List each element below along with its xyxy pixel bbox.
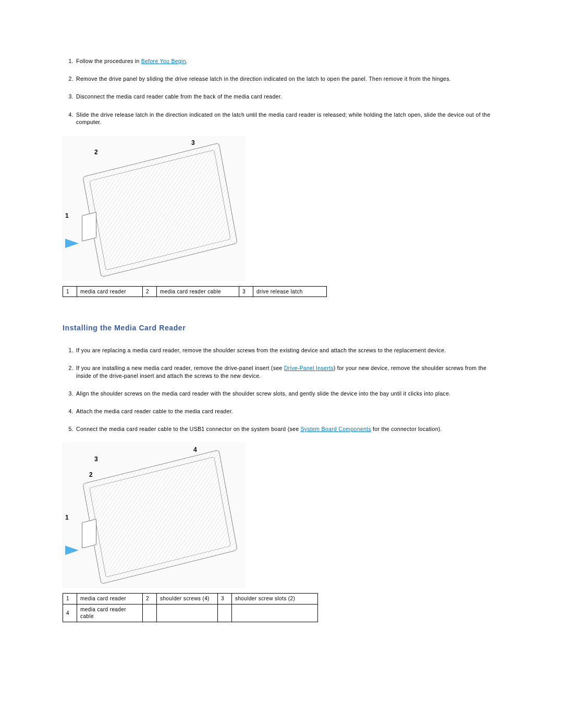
install-step-1: If you are replacing a media card reader… xyxy=(75,347,500,354)
install-steps-list: If you are replacing a media card reader… xyxy=(63,347,500,433)
removal-figure: 1 2 3 xyxy=(63,136,245,281)
slide-direction-arrow-icon xyxy=(65,546,79,555)
step-text: Attach the media card reader cable to th… xyxy=(76,408,233,414)
legend-text: media card reader xyxy=(77,594,143,604)
install-step-4: Attach the media card reader cable to th… xyxy=(75,408,500,415)
legend-num: 2 xyxy=(143,594,157,604)
step-text: Slide the drive release latch in the dir… xyxy=(76,112,491,125)
legend-text: media card reader cable xyxy=(157,286,239,297)
callout-1: 1 xyxy=(65,212,69,220)
install-step-5: Connect the media card reader cable to t… xyxy=(75,425,500,433)
legend-num: 1 xyxy=(63,286,77,297)
step-text-post: . xyxy=(186,58,188,64)
legend-text: shoulder screw slots (2) xyxy=(232,594,318,604)
removal-step-4: Slide the drive release latch in the dir… xyxy=(75,111,500,126)
install-step-3: Align the shoulder screws on the media c… xyxy=(75,390,500,397)
installing-section-title: Installing the Media Card Reader xyxy=(63,323,500,333)
step-text: Align the shoulder screws on the media c… xyxy=(76,390,451,397)
chassis-illustration xyxy=(82,143,238,277)
legend-num: 2 xyxy=(143,286,157,297)
callout-2: 2 xyxy=(89,471,93,479)
step-text: Disconnect the media card reader cable f… xyxy=(76,93,282,100)
legend-text: media card reader cable xyxy=(77,604,143,622)
system-board-components-link[interactable]: System Board Components xyxy=(301,426,371,432)
callout-4: 4 xyxy=(193,446,197,454)
removal-step-3: Disconnect the media card reader cable f… xyxy=(75,93,500,100)
legend-text: media card reader xyxy=(77,286,143,297)
media-card-reader-illustration xyxy=(82,519,96,549)
install-step-2: If you are installing a new media card r… xyxy=(75,364,500,379)
callout-1: 1 xyxy=(65,513,69,522)
callout-3: 3 xyxy=(94,455,98,463)
media-card-reader-illustration xyxy=(82,212,96,241)
table-row: 1 media card reader 2 shoulder screws (4… xyxy=(63,594,318,604)
step-text-post: for the connector location). xyxy=(371,426,442,432)
removal-step-1: Follow the procedures in Before You Begi… xyxy=(75,57,500,65)
step-text: If you are installing a new media card r… xyxy=(76,365,284,371)
document-page: Follow the procedures in Before You Begi… xyxy=(0,0,563,728)
legend-num xyxy=(143,604,157,622)
removal-steps-list: Follow the procedures in Before You Begi… xyxy=(63,57,500,126)
slide-direction-arrow-icon xyxy=(65,239,79,248)
legend-text: shoulder screws (4) xyxy=(157,594,218,604)
legend-num: 3 xyxy=(218,594,232,604)
legend-num: 4 xyxy=(63,604,77,622)
step-text: If you are replacing a media card reader… xyxy=(76,347,446,353)
callout-2: 2 xyxy=(94,148,98,156)
chassis-illustration xyxy=(82,450,238,584)
legend-num: 3 xyxy=(239,286,253,297)
removal-legend-table: 1 media card reader 2 media card reader … xyxy=(63,286,327,298)
table-row: 1 media card reader 2 media card reader … xyxy=(63,286,327,297)
legend-text xyxy=(157,604,218,622)
legend-num: 1 xyxy=(63,594,77,604)
step-text: Follow the procedures in xyxy=(76,58,141,64)
install-legend-table: 1 media card reader 2 shoulder screws (4… xyxy=(63,593,318,622)
legend-text: drive release latch xyxy=(253,286,327,297)
legend-num xyxy=(218,604,232,622)
drive-panel-inserts-link[interactable]: Drive-Panel Inserts xyxy=(284,365,334,371)
legend-text xyxy=(232,604,318,622)
step-text: Remove the drive panel by sliding the dr… xyxy=(76,76,451,82)
table-row: 4 media card reader cable xyxy=(63,604,318,622)
removal-step-2: Remove the drive panel by sliding the dr… xyxy=(75,75,500,82)
install-figure: 1 2 3 4 xyxy=(63,443,245,588)
step-text: Connect the media card reader cable to t… xyxy=(76,426,301,432)
before-you-begin-link[interactable]: Before You Begin xyxy=(141,58,186,64)
callout-3: 3 xyxy=(191,139,195,147)
